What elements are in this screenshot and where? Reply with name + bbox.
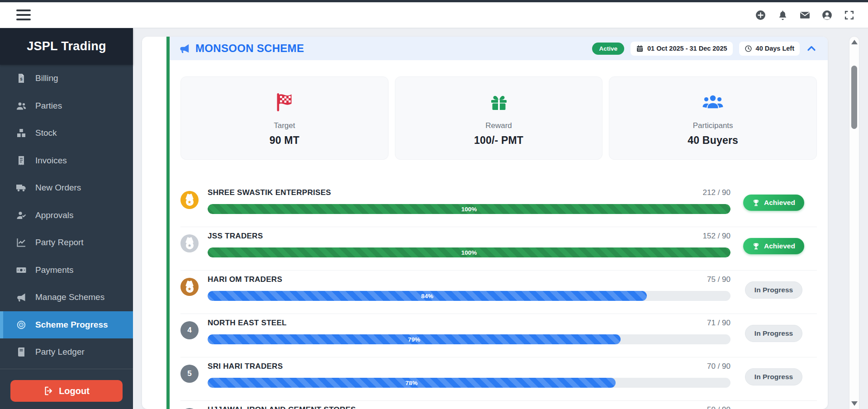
bullseye-icon bbox=[16, 319, 27, 330]
status-pill-progress[interactable]: In Progress bbox=[745, 368, 802, 385]
app-brand: JSPL Trading bbox=[0, 28, 133, 65]
row-top: NORTH EAST STEEL71 / 90 bbox=[208, 319, 730, 330]
sidebar-item-party-report[interactable]: Party Report bbox=[0, 229, 133, 257]
plus-circle-icon[interactable] bbox=[755, 10, 766, 21]
row-status: In Progress bbox=[730, 368, 817, 385]
progress-percent-label: 100% bbox=[461, 249, 477, 256]
sidebar-item-label: Parties bbox=[35, 101, 62, 111]
progress-bar-fill: 78% bbox=[208, 378, 616, 388]
progress-percent-label: 78% bbox=[405, 380, 417, 386]
scrollbar-down-arrow[interactable] bbox=[851, 401, 858, 406]
progress-bar-fill: 100% bbox=[208, 204, 730, 214]
party-name: UJJAWAL IRON AND CEMENT STORES bbox=[208, 405, 356, 409]
row-top: UJJAWAL IRON AND CEMENT STORES50 / 90 bbox=[208, 405, 730, 409]
achieved-vs-target-value: 50 / 90 bbox=[707, 405, 730, 409]
sidebar-item-billing[interactable]: $Billing bbox=[0, 65, 133, 92]
sidebar-item-parties[interactable]: Parties bbox=[0, 92, 133, 120]
stat-label: Participants bbox=[693, 121, 733, 130]
sidebar-item-label: Billing bbox=[35, 73, 58, 83]
stat-value: 90 MT bbox=[270, 134, 299, 147]
book-icon bbox=[16, 347, 27, 357]
medal-gold-icon: ★ bbox=[180, 191, 199, 209]
sidebar-item-payments[interactable]: Payments bbox=[0, 257, 133, 284]
status-label: Achieved bbox=[764, 242, 795, 250]
bell-icon[interactable] bbox=[777, 10, 788, 21]
sidebar-item-new-orders[interactable]: New Orders bbox=[0, 174, 133, 202]
achieved-vs-target-value: 71 / 90 bbox=[707, 319, 730, 328]
progress-percent-label: 79% bbox=[408, 336, 420, 343]
sidebar-item-approvals[interactable]: Approvals bbox=[0, 202, 133, 229]
logout-label: Logout bbox=[59, 386, 90, 396]
row-status: Achieved bbox=[730, 195, 817, 211]
user-check-icon bbox=[16, 210, 27, 221]
scrollbar-thumb[interactable] bbox=[851, 66, 857, 129]
row-top: SHREE SWASTIK ENTERPRISES212 / 90 bbox=[208, 188, 730, 200]
truck-icon bbox=[16, 182, 27, 193]
progress-bar-track: 100% bbox=[208, 247, 730, 257]
sidebar-item-label: Scheme Progress bbox=[35, 320, 108, 330]
collapse-chevron-up-icon[interactable] bbox=[806, 43, 817, 54]
receipt-icon bbox=[16, 155, 27, 166]
bullhorn-icon bbox=[16, 292, 27, 303]
file-invoice-icon: $ bbox=[16, 73, 27, 84]
stat-card-participants: Participants40 Buyers bbox=[609, 76, 817, 160]
users-group-icon bbox=[702, 91, 724, 113]
row-main: SHREE SWASTIK ENTERPRISES212 / 90100% bbox=[208, 188, 730, 214]
clock-icon bbox=[745, 45, 752, 52]
expand-icon[interactable] bbox=[844, 10, 855, 21]
boxes-icon bbox=[16, 128, 27, 138]
status-label: Achieved bbox=[764, 199, 795, 207]
status-badge: Active bbox=[592, 43, 624, 55]
logout-button[interactable]: Logout bbox=[10, 380, 123, 402]
leaderboard-row: ★SHREE SWASTIK ENTERPRISES212 / 90100%Ac… bbox=[180, 184, 817, 227]
rank-badge: 4 bbox=[180, 321, 199, 339]
sidebar-item-stock[interactable]: Stock bbox=[0, 119, 133, 147]
progress-bar-track: 78% bbox=[208, 378, 730, 388]
status-label: In Progress bbox=[754, 329, 793, 338]
trophy-icon bbox=[752, 243, 760, 250]
stat-value: 40 Buyers bbox=[688, 134, 738, 147]
megaphone-icon bbox=[179, 43, 190, 54]
progress-bar-fill: 84% bbox=[208, 291, 647, 301]
status-pill-achieved[interactable]: Achieved bbox=[743, 238, 804, 254]
sidebar-item-manage-schemes[interactable]: Manage Schemes bbox=[0, 284, 133, 311]
sidebar-item-scheme-progress[interactable]: Scheme Progress bbox=[0, 311, 133, 339]
status-pill-achieved[interactable]: Achieved bbox=[743, 195, 804, 211]
party-name: SRI HARI TRADERS bbox=[208, 362, 283, 371]
sidebar-item-party-ledger[interactable]: Party Ledger bbox=[0, 338, 133, 366]
envelope-icon[interactable] bbox=[799, 10, 811, 21]
row-top: HARI OM TRADERS75 / 90 bbox=[208, 275, 730, 287]
scheme-header-left: MONSOON SCHEME bbox=[179, 42, 304, 55]
money-bill-icon bbox=[16, 265, 27, 276]
achieved-vs-target-value: 70 / 90 bbox=[707, 362, 730, 371]
scrollbar bbox=[849, 37, 859, 409]
achieved-vs-target-value: 212 / 90 bbox=[703, 188, 730, 197]
party-name: SHREE SWASTIK ENTERPRISES bbox=[208, 188, 331, 197]
status-label: In Progress bbox=[754, 286, 793, 294]
leaderboard-row: ★HARI OM TRADERS75 / 9084%In Progress bbox=[180, 271, 817, 314]
scrollbar-up-arrow[interactable] bbox=[851, 40, 858, 44]
scheme-title: MONSOON SCHEME bbox=[195, 42, 304, 55]
sidebar-item-invoices[interactable]: Invoices bbox=[0, 147, 133, 175]
status-pill-progress[interactable]: In Progress bbox=[745, 325, 802, 342]
sidebar-item-label: Stock bbox=[35, 128, 57, 138]
topbar-actions bbox=[755, 10, 855, 21]
flag-checkered-icon bbox=[274, 91, 295, 113]
row-main: UJJAWAL IRON AND CEMENT STORES50 / 90 bbox=[208, 405, 730, 409]
date-range-chip: 01 Oct 2025 - 31 Dec 2025 bbox=[631, 42, 733, 56]
achieved-vs-target-value: 75 / 90 bbox=[707, 275, 730, 284]
status-pill-progress[interactable]: In Progress bbox=[745, 281, 802, 299]
hamburger-menu-icon[interactable] bbox=[16, 10, 31, 20]
scheme-progress-card: MONSOON SCHEME Active 01 Oct 2025 - 31 D… bbox=[142, 37, 828, 409]
leaderboard-row: ★JSS TRADERS152 / 90100%Achieved bbox=[180, 227, 817, 271]
user-circle-icon[interactable] bbox=[821, 10, 833, 21]
sidebar-item-label: Invoices bbox=[35, 156, 67, 166]
row-status: In Progress bbox=[730, 281, 817, 299]
sidebar-item-label: Party Report bbox=[35, 238, 84, 247]
achieved-vs-target-value: 152 / 90 bbox=[703, 232, 730, 241]
scheme-block: MONSOON SCHEME Active 01 Oct 2025 - 31 D… bbox=[166, 37, 828, 409]
progress-bar-fill: 79% bbox=[208, 334, 621, 344]
row-top: JSS TRADERS152 / 90 bbox=[208, 232, 730, 243]
sidebar: JSPL Trading $BillingPartiesStockInvoice… bbox=[0, 28, 133, 409]
medal-silver-icon: ★ bbox=[180, 234, 199, 252]
